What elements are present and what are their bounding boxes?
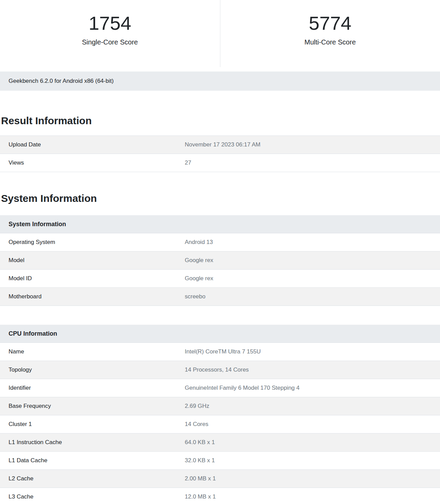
row-value: 14 Cores [176, 415, 440, 433]
row-value: November 17 2023 06:17 AM [176, 136, 440, 154]
row-label: Model [0, 251, 176, 269]
row-value: 12.0 MB x 1 [176, 488, 440, 504]
row-label: L3 Cache [0, 488, 176, 504]
table-row: L1 Data Cache 32.0 KB x 1 [0, 451, 440, 469]
system-information-heading: System Information [1, 193, 440, 204]
cpu-information-table: CPU Information Name Intel(R) CoreTM Ult… [0, 325, 440, 504]
row-label: Upload Date [0, 136, 176, 154]
multi-core-score-value: 5774 [220, 12, 440, 34]
row-value: 32.0 KB x 1 [176, 452, 440, 469]
table-row: Topology 14 Processors, 14 Cores [0, 361, 440, 379]
row-label: Name [0, 343, 176, 361]
multi-core-score-label: Multi-Core Score [220, 38, 440, 46]
row-label: Views [0, 154, 176, 172]
row-value: 14 Processors, 14 Cores [176, 361, 440, 379]
table-row: L2 Cache 2.00 MB x 1 [0, 469, 440, 488]
row-value: GenuineIntel Family 6 Model 170 Stepping… [176, 379, 440, 397]
table-row: Base Frequency 2.69 GHz [0, 397, 440, 415]
table-row: Model ID Google rex [0, 269, 440, 287]
row-label: Motherboard [0, 288, 176, 306]
table-row: Operating System Android 13 [0, 233, 440, 251]
benchmark-version-bar: Geekbench 6.2.0 for Android x86 (64-bit) [0, 72, 440, 91]
row-value: 2.00 MB x 1 [176, 470, 440, 488]
row-label: L2 Cache [0, 470, 176, 488]
multi-core-score-card: 5774 Multi-Core Score [220, 0, 440, 67]
row-value: screebo [176, 288, 440, 306]
table-row: Motherboard screebo [0, 287, 440, 306]
single-core-score-value: 1754 [0, 12, 220, 34]
row-label: Model ID [0, 270, 176, 287]
row-label: Base Frequency [0, 397, 176, 415]
table-row: L3 Cache 12.0 MB x 1 [0, 488, 440, 504]
row-value: 27 [176, 154, 440, 172]
result-information-table: Upload Date November 17 2023 06:17 AM Vi… [0, 135, 440, 172]
table-row: Name Intel(R) CoreTM Ultra 7 155U [0, 343, 440, 361]
single-core-score-card: 1754 Single-Core Score [0, 0, 220, 67]
row-label: Operating System [0, 233, 176, 251]
cpu-information-table-header: CPU Information [0, 325, 440, 343]
row-value: Google rex [176, 270, 440, 287]
system-information-table: System Information Operating System Andr… [0, 215, 440, 306]
table-row: L1 Instruction Cache 64.0 KB x 1 [0, 433, 440, 451]
row-label: Identifier [0, 379, 176, 397]
system-information-table-header: System Information [0, 215, 440, 233]
table-row: Cluster 1 14 Cores [0, 415, 440, 433]
benchmark-version-text: Geekbench 6.2.0 for Android x86 (64-bit) [9, 78, 114, 85]
row-value: Android 13 [176, 233, 440, 251]
row-label: Topology [0, 361, 176, 379]
single-core-score-label: Single-Core Score [0, 38, 220, 46]
table-row: Upload Date November 17 2023 06:17 AM [0, 135, 440, 154]
table-row: Identifier GenuineIntel Family 6 Model 1… [0, 379, 440, 397]
row-value: 2.69 GHz [176, 397, 440, 415]
row-value: Intel(R) CoreTM Ultra 7 155U [176, 343, 440, 361]
result-information-heading: Result Information [1, 115, 440, 127]
row-label: L1 Instruction Cache [0, 434, 176, 451]
row-label: Cluster 1 [0, 415, 176, 433]
table-row: Views 27 [0, 154, 440, 172]
table-row: Model Google rex [0, 251, 440, 269]
score-banner: 1754 Single-Core Score 5774 Multi-Core S… [0, 0, 440, 67]
row-value: Google rex [176, 251, 440, 269]
row-value: 64.0 KB x 1 [176, 434, 440, 451]
row-label: L1 Data Cache [0, 452, 176, 469]
